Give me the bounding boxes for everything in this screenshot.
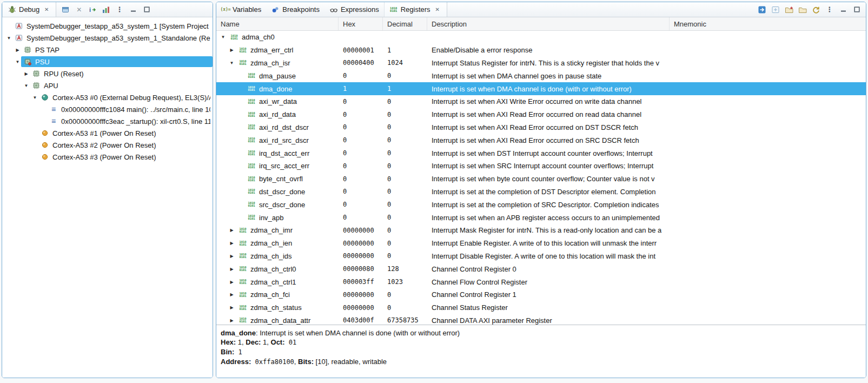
tree-item[interactable]: ≡0x00000000fffc1084 main(): ../src/main.… bbox=[2, 103, 213, 115]
register-row[interactable]: 10100101src_dscr_done00Interrupt is set … bbox=[216, 198, 866, 211]
registers-table-body: ▼10100101adma_ch0▶10100101zdma_err_ctrl0… bbox=[216, 31, 866, 325]
expand-arrow-icon[interactable]: ▶ bbox=[228, 48, 235, 52]
tree-item-label: Cortex-A53 #0 (External Debug Request), … bbox=[52, 94, 210, 102]
register-description: Interrupt Disable Register. A write of o… bbox=[427, 250, 670, 263]
collapse-arrow-icon[interactable]: ▼ bbox=[220, 35, 227, 39]
collapse-arrow-icon[interactable]: ▼ bbox=[23, 83, 30, 88]
restore-layout-icon[interactable] bbox=[771, 5, 780, 15]
register-row[interactable]: 10100101dma_pause00Interrupt is set when… bbox=[216, 69, 866, 82]
view-menu-icon[interactable]: ⋮ bbox=[115, 5, 124, 15]
expand-arrow-icon[interactable]: ▶ bbox=[228, 292, 235, 297]
tree-item[interactable]: ▶RPU (Reset) bbox=[2, 68, 213, 80]
expand-arrow-icon[interactable]: ▶ bbox=[228, 280, 235, 285]
remove-terminated-icon[interactable]: ✕ bbox=[74, 5, 84, 15]
tree-item[interactable]: ≡0x00000000fffc3eac _startup(): xil-crt0… bbox=[2, 115, 213, 127]
register-description: Channel Flow Control Register bbox=[427, 275, 670, 288]
register-icon: 10100101 bbox=[238, 226, 247, 235]
register-row[interactable]: ▶10100101zdma_ch_ctrl1000003ff1023Channe… bbox=[216, 275, 866, 288]
register-name-cell: 10100101dma_done bbox=[216, 82, 339, 95]
register-row[interactable]: 10100101dst_dscr_done00Interrupt is set … bbox=[216, 186, 866, 199]
tab-breakpoints[interactable]: Breakpoints bbox=[266, 2, 324, 17]
register-hex-value: 00000400 bbox=[339, 57, 383, 70]
register-row[interactable]: 10100101byte_cnt_ovrfl00Interrupt is set… bbox=[216, 173, 866, 186]
register-name-cell: 10100101src_dscr_done bbox=[216, 198, 339, 211]
collapse-arrow-icon[interactable]: ▼ bbox=[31, 95, 38, 100]
step-mode-icon[interactable]: i bbox=[88, 5, 97, 15]
tab-registers[interactable]: 10100101Registers✕ bbox=[384, 2, 447, 17]
remove-register-group-icon[interactable] bbox=[798, 5, 807, 15]
expand-arrow-icon[interactable]: ▶ bbox=[228, 228, 235, 233]
register-description: Interrupt is set when DST Interrupt acco… bbox=[427, 147, 670, 160]
expand-arrow-icon[interactable]: ▶ bbox=[23, 71, 30, 76]
register-row[interactable]: ▶10100101zdma_ch_fci000000000Channel Con… bbox=[216, 288, 866, 301]
tree-item[interactable]: ▶PS TAP bbox=[2, 44, 213, 56]
tree-item[interactable]: Cortex-A53 #1 (Power On Reset) bbox=[2, 127, 213, 139]
collapse-arrow-icon[interactable]: ▼ bbox=[14, 60, 21, 64]
register-description: Interrupt is set when DMA channel is don… bbox=[427, 82, 670, 95]
column-header-description[interactable]: Description bbox=[427, 17, 670, 30]
register-row[interactable]: 10100101irq_dst_acct_err00Interrupt is s… bbox=[216, 147, 866, 160]
minimize-icon[interactable] bbox=[128, 5, 138, 15]
register-hex-value: 0403d00f bbox=[339, 314, 383, 325]
tree-item[interactable]: ▼PSU bbox=[2, 56, 213, 68]
register-hex-value: 0 bbox=[339, 186, 383, 199]
register-row[interactable]: ▶10100101zdma_ch_imr000000000Interrupt M… bbox=[216, 224, 866, 237]
register-row[interactable]: ▶10100101zdma_err_ctrl000000011Enable/Di… bbox=[216, 44, 866, 57]
minimize-icon[interactable] bbox=[838, 5, 848, 15]
register-row[interactable]: 10100101axi_rd_data00Interrupt is set wh… bbox=[216, 108, 866, 121]
maximize-icon[interactable] bbox=[142, 5, 151, 15]
register-row[interactable]: ▼10100101zdma_ch_isr000004001024Interrup… bbox=[216, 57, 866, 70]
tree-item[interactable]: ▼Cortex-A53 #0 (External Debug Request),… bbox=[2, 91, 213, 103]
refresh-icon[interactable] bbox=[811, 5, 821, 15]
connect-icon[interactable] bbox=[61, 5, 70, 15]
expand-arrow-icon[interactable]: ▶ bbox=[14, 48, 21, 52]
detail-segment: [10], readable, writable bbox=[314, 358, 387, 366]
register-row[interactable]: 10100101inv_apb00Interrupt is set when a… bbox=[216, 211, 866, 224]
expand-arrow-icon[interactable]: ▶ bbox=[228, 267, 235, 272]
workbench: Debug ✕ ✕i⋮ SystemDebugger_testapp_a53_s… bbox=[0, 0, 868, 380]
tree-item[interactable]: ▼SystemDebugger_testapp_a53_system_1_Sta… bbox=[2, 32, 213, 44]
register-hex-value: 00000000 bbox=[339, 237, 383, 250]
export-icon[interactable] bbox=[757, 5, 767, 15]
expand-arrow-icon[interactable]: ▶ bbox=[228, 305, 235, 310]
register-name-cell: ▶10100101zdma_ch_ids bbox=[216, 250, 339, 263]
register-row[interactable]: ▶10100101zdma_ch_status000000000Channel … bbox=[216, 301, 866, 314]
tab-label: Variables bbox=[233, 5, 261, 14]
close-icon[interactable]: ✕ bbox=[42, 5, 51, 14]
tree-item[interactable]: Cortex-A53 #2 (Power On Reset) bbox=[2, 139, 213, 151]
tab-debug[interactable]: Debug ✕ bbox=[2, 2, 56, 17]
collapse-arrow-icon[interactable]: ▼ bbox=[228, 61, 235, 65]
breakpoints-icon bbox=[271, 5, 280, 14]
tab-expressions[interactable]: Expressions bbox=[324, 2, 384, 17]
register-row[interactable]: 10100101axi_wr_data00Interrupt is set wh… bbox=[216, 95, 866, 108]
maximize-icon[interactable] bbox=[852, 5, 862, 15]
tab-variables[interactable]: (x)=Variables bbox=[216, 2, 266, 17]
expand-arrow-icon[interactable]: ▶ bbox=[228, 241, 235, 246]
expand-arrow-icon[interactable]: ▶ bbox=[228, 254, 235, 259]
register-row[interactable]: ▶10100101zdma_ch_data_attr0403d00f673587… bbox=[216, 314, 866, 325]
tab-label: Expressions bbox=[341, 5, 379, 14]
add-register-group-icon[interactable] bbox=[784, 5, 794, 15]
register-icon: 10100101 bbox=[247, 162, 256, 170]
tree-item[interactable]: SystemDebugger_testapp_a53_system_1 [Sys… bbox=[2, 20, 213, 32]
profile-icon[interactable] bbox=[101, 5, 111, 15]
tree-item[interactable]: Cortex-A53 #3 (Power On Reset) bbox=[2, 151, 213, 163]
column-header-hex[interactable]: Hex bbox=[339, 17, 383, 30]
view-menu-icon[interactable]: ⋮ bbox=[825, 5, 834, 15]
register-row[interactable]: 10100101irq_src_acct_err00Interrupt is s… bbox=[216, 160, 866, 173]
register-row[interactable]: 10100101axi_rd_dst_dscr00Interrupt is se… bbox=[216, 121, 866, 134]
expand-arrow-icon[interactable]: ▶ bbox=[228, 318, 235, 323]
register-row[interactable]: ▶10100101zdma_ch_ctrl000000080128Channel… bbox=[216, 262, 866, 275]
column-header-name[interactable]: Name bbox=[216, 17, 339, 30]
column-header-decimal[interactable]: Decimal bbox=[383, 17, 427, 30]
register-row[interactable]: ▶10100101zdma_ch_ien000000000Interrupt E… bbox=[216, 237, 866, 250]
collapse-arrow-icon[interactable]: ▼ bbox=[5, 36, 12, 41]
close-icon[interactable]: ✕ bbox=[433, 5, 442, 14]
register-row[interactable]: ▶10100101zdma_ch_ids000000000Interrupt D… bbox=[216, 250, 866, 263]
register-icon: 10100101 bbox=[247, 175, 256, 183]
column-header-mnemonic[interactable]: Mnemonic bbox=[670, 17, 866, 30]
register-row[interactable]: 10100101axi_rd_src_dscr00Interrupt is se… bbox=[216, 134, 866, 147]
tree-item[interactable]: ▼APU bbox=[2, 80, 213, 91]
register-row[interactable]: 10100101dma_done11Interrupt is set when … bbox=[216, 82, 866, 95]
register-row[interactable]: ▼10100101adma_ch0 bbox=[216, 31, 866, 44]
